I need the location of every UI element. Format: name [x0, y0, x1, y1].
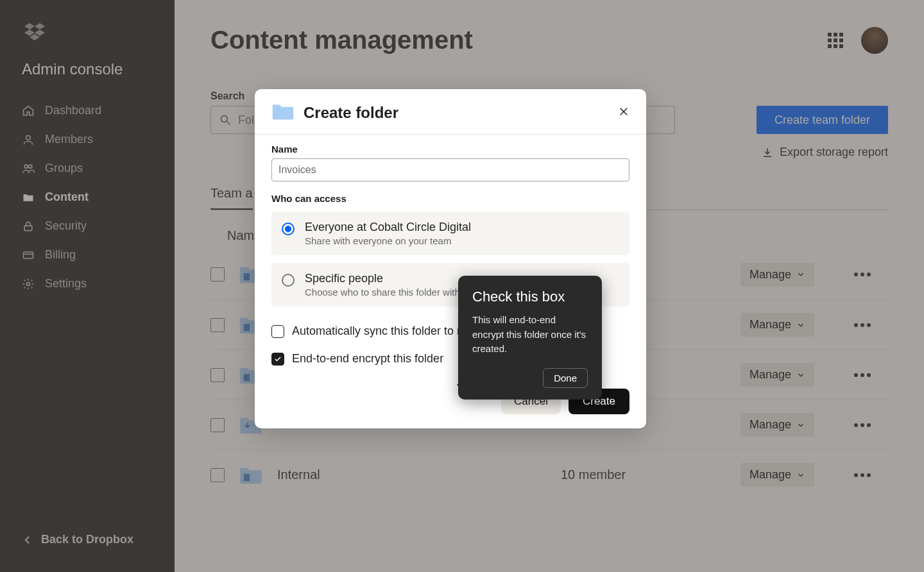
close-button[interactable]: [618, 106, 629, 120]
checkmark-icon: [274, 355, 282, 363]
close-icon: [618, 106, 629, 117]
access-section-label: Who can access: [271, 193, 629, 204]
tooltip-title: Check this box: [472, 289, 588, 305]
option-title: Everyone at Cobalt Circle Digital: [305, 221, 471, 234]
folder-icon: [271, 102, 295, 124]
checkbox-label: Automatically sync this folder to m: [292, 324, 466, 338]
radio-icon: [282, 223, 295, 235]
checkbox-icon[interactable]: [271, 325, 284, 338]
tooltip-body: This will end-to-end encrypt this folder…: [472, 313, 588, 357]
modal-title: Create folder: [304, 104, 398, 122]
option-title: Specific people: [305, 272, 460, 285]
access-option-everyone[interactable]: Everyone at Cobalt Circle Digital Share …: [271, 212, 629, 255]
option-desc: Choose who to share this folder with: [305, 287, 460, 298]
checkbox-icon[interactable]: [271, 353, 284, 366]
tooltip-popover: Check this box This will end-to-end encr…: [458, 276, 602, 400]
checkbox-label: End-to-end encrypt this folder: [292, 352, 443, 366]
folder-name-input[interactable]: [271, 158, 629, 181]
name-field-label: Name: [271, 144, 629, 155]
radio-icon: [282, 274, 295, 287]
option-desc: Share with everyone on your team: [305, 235, 471, 246]
tooltip-done-button[interactable]: Done: [543, 368, 588, 388]
